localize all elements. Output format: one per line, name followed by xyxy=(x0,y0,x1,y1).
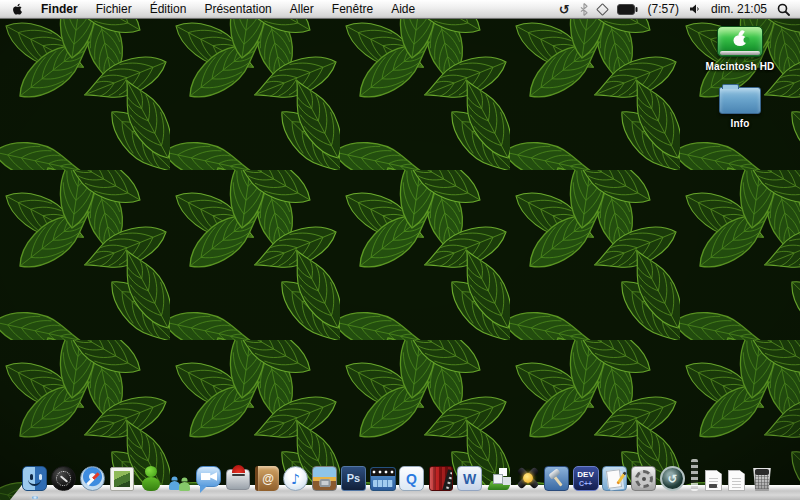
imovie-clapperboard-icon xyxy=(370,467,396,491)
dock-item-movie-theater[interactable] xyxy=(427,466,454,491)
menu-bar-left: Finder Fichier Édition Présentation Alle… xyxy=(0,0,424,18)
messenger-people-icon xyxy=(167,466,193,491)
time-machine-menu-icon[interactable]: ↺ xyxy=(559,3,570,16)
menu-aide[interactable]: Aide xyxy=(382,0,424,18)
desktop-icon-info-folder[interactable]: Info xyxy=(719,87,761,129)
word-icon: W xyxy=(457,466,482,491)
menu-fichier[interactable]: Fichier xyxy=(87,0,141,18)
battery-time-remaining[interactable]: (7:57) xyxy=(648,2,679,16)
quicktime-q-text: Q xyxy=(406,472,417,486)
dock-item-cubes-game[interactable] xyxy=(485,466,512,491)
dock-item-toast[interactable] xyxy=(224,469,251,491)
dock: @ ♪ Ps Q W xyxy=(0,438,800,500)
desktop-icon-area: Macintosh HD Info xyxy=(688,26,792,144)
apple-logo-on-drive xyxy=(733,31,746,46)
dock-item-picture-viewer[interactable] xyxy=(108,467,135,491)
menu-aide-label: Aide xyxy=(391,2,415,16)
running-indicator xyxy=(32,496,38,499)
time-machine-arrow-glyph: ↺ xyxy=(667,473,677,485)
dock-divider xyxy=(691,459,698,491)
dock-item-dashboard[interactable] xyxy=(50,466,77,491)
menu-presentation[interactable]: Présentation xyxy=(195,0,280,18)
dock-item-xcode[interactable] xyxy=(543,466,570,491)
dock-item-dev-cpp[interactable]: DEV C++ xyxy=(572,466,599,491)
quicktime-icon: Q xyxy=(399,466,424,491)
spotlight-icon[interactable] xyxy=(777,3,790,16)
airport-icon[interactable] xyxy=(596,3,609,16)
system-preferences-gear-icon xyxy=(631,466,656,491)
menu-aller-label: Aller xyxy=(290,2,314,16)
word-w-text: W xyxy=(463,472,476,486)
menu-finder[interactable]: Finder xyxy=(32,0,87,18)
dock-item-adium[interactable] xyxy=(137,465,164,491)
menu-aller[interactable]: Aller xyxy=(281,0,323,18)
dev-text: DEV xyxy=(577,471,593,479)
x-sun-icon xyxy=(515,465,541,491)
menu-finder-label: Finder xyxy=(41,2,78,16)
dock-item-address-book[interactable]: @ xyxy=(253,466,280,491)
document-icon xyxy=(728,470,745,491)
menu-bar-status-area: ↺ (7:57) dim. 21:05 xyxy=(559,0,800,18)
picture-frame-icon xyxy=(110,467,134,491)
dock-item-document-1[interactable] xyxy=(703,470,724,491)
dock-item-system-preferences[interactable] xyxy=(630,466,657,491)
menu-bar-clock[interactable]: dim. 21:05 xyxy=(711,2,767,16)
menu-edition[interactable]: Édition xyxy=(141,0,196,18)
menu-fenetre[interactable]: Fenêtre xyxy=(323,0,382,18)
address-book-at-glyph: @ xyxy=(262,473,274,485)
dock-item-quicktime[interactable]: Q xyxy=(398,466,425,491)
dock-item-time-machine[interactable]: ↺ xyxy=(659,466,686,491)
drive-base-strip xyxy=(720,51,760,55)
dock-item-messenger[interactable] xyxy=(166,466,193,491)
safari-compass-icon xyxy=(80,466,105,491)
volume-icon[interactable] xyxy=(689,3,701,15)
apple-logo-icon xyxy=(11,2,24,16)
menu-presentation-label: Présentation xyxy=(204,2,271,16)
document-icon xyxy=(705,470,722,491)
desktop-wallpaper xyxy=(0,0,800,500)
xcode-hammer-icon xyxy=(544,466,569,491)
dock-item-finder[interactable] xyxy=(21,466,48,491)
battery-icon[interactable] xyxy=(617,4,638,15)
adium-duck-icon xyxy=(139,465,163,491)
ichat-bubble-camera-icon xyxy=(196,466,221,487)
dock-item-itunes[interactable]: ♪ xyxy=(282,466,309,491)
dock-item-photoshop[interactable]: Ps xyxy=(340,466,367,491)
menu-edition-label: Édition xyxy=(150,2,187,16)
dock-item-word[interactable]: W xyxy=(456,466,483,491)
red-curtain-film-icon xyxy=(429,466,453,491)
cubes-game-icon xyxy=(486,466,512,491)
toast-toaster-icon xyxy=(226,469,250,490)
trash-basket-icon xyxy=(752,468,772,491)
dev-cpp-text: C++ xyxy=(579,480,592,487)
green-hard-drive-icon xyxy=(717,26,763,57)
photoshop-icon: Ps xyxy=(341,466,366,491)
dock-item-text-editor[interactable] xyxy=(601,466,628,491)
dock-item-safari[interactable] xyxy=(79,466,106,491)
dashboard-icon xyxy=(51,466,76,491)
info-folder-label: Info xyxy=(730,118,749,129)
blue-folder-icon xyxy=(719,87,761,114)
itunes-icon: ♪ xyxy=(283,466,308,491)
dock-item-trash[interactable] xyxy=(749,468,775,491)
dock-item-iphoto[interactable] xyxy=(311,466,338,491)
dock-row: @ ♪ Ps Q W xyxy=(21,459,775,491)
macintosh-hd-label: Macintosh HD xyxy=(705,61,774,72)
menu-bar: Finder Fichier Édition Présentation Alle… xyxy=(0,0,800,19)
itunes-note-glyph: ♪ xyxy=(291,472,300,486)
desktop-icon-macintosh-hd[interactable]: Macintosh HD xyxy=(705,26,774,72)
text-editor-pencil-icon xyxy=(602,466,627,491)
bluetooth-icon[interactable] xyxy=(580,3,588,16)
dock-item-x-sun-app[interactable] xyxy=(514,465,541,491)
dock-item-imovie[interactable] xyxy=(369,467,396,491)
address-book-icon: @ xyxy=(255,466,279,491)
iphoto-icon xyxy=(312,466,337,491)
finder-icon xyxy=(22,466,47,491)
apple-menu[interactable] xyxy=(0,0,32,18)
time-machine-icon: ↺ xyxy=(660,466,685,491)
dock-item-ichat[interactable] xyxy=(195,466,222,491)
menu-fenetre-label: Fenêtre xyxy=(332,2,373,16)
dock-item-document-2[interactable] xyxy=(726,470,747,491)
photoshop-ps-text: Ps xyxy=(347,473,360,484)
sun-core-icon xyxy=(523,473,533,483)
